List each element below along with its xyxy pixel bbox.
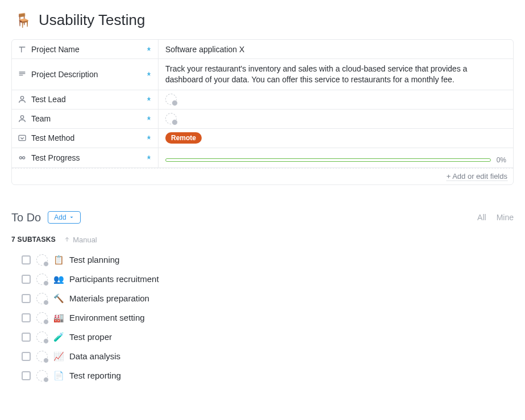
subtask-emoji: 🧪	[53, 332, 64, 342]
assignee-placeholder-icon[interactable]	[165, 94, 177, 105]
filter-mine[interactable]: Mine	[497, 213, 514, 222]
subtask-checkbox[interactable]	[22, 333, 31, 342]
field-value[interactable]: 0%	[159, 148, 513, 167]
subtask-row[interactable]: 👥Participants recruitment	[22, 274, 514, 285]
pin-icon[interactable]	[145, 135, 152, 141]
page-header: 🪑 Usability Testing	[11, 11, 514, 29]
subtask-emoji: 📄	[53, 371, 64, 381]
subtask-emoji: 📋	[53, 255, 64, 265]
subtask-emoji: 📈	[53, 351, 64, 362]
assignee-placeholder-icon[interactable]	[36, 370, 48, 381]
field-project-name: Project Name Software application X	[12, 40, 513, 59]
field-label: Test Method	[31, 133, 74, 142]
add-button-label: Add	[54, 213, 66, 221]
progress-icon	[18, 153, 27, 162]
subtask-name[interactable]: Materials preparation	[69, 293, 149, 303]
pin-icon[interactable]	[145, 46, 152, 53]
field-label: Test Progress	[31, 153, 80, 162]
subtask-list-header: 7 SUBTASKS Manual	[11, 236, 514, 244]
subtask-name[interactable]: Participants recruitment	[69, 274, 159, 284]
field-label: Team	[31, 114, 51, 123]
subtask-name[interactable]: Environment setting	[69, 313, 145, 322]
section-header: To Do Add All Mine	[11, 211, 514, 224]
field-value[interactable]: Software application X	[159, 40, 513, 58]
custom-fields-panel: Project Name Software application X Proj…	[11, 39, 514, 185]
field-label: Test Lead	[31, 95, 66, 104]
field-value[interactable]: Track your restaurant's inventory and sa…	[159, 59, 513, 90]
subtask-name[interactable]: Test reporting	[69, 371, 121, 380]
pin-icon[interactable]	[145, 71, 152, 78]
svg-rect-2	[19, 136, 26, 141]
field-test-method: Test Method Remote	[12, 129, 513, 148]
field-label: Project Description	[31, 70, 98, 79]
page-emoji: 🪑	[15, 12, 32, 28]
subtask-name[interactable]: Test planning	[69, 255, 119, 264]
field-label-cell[interactable]: Project Description	[12, 59, 159, 90]
text-icon	[18, 45, 27, 54]
subtask-name[interactable]: Data analysis	[69, 351, 120, 361]
field-value[interactable]: Remote	[159, 129, 513, 148]
assignee-placeholder-icon[interactable]	[36, 331, 48, 343]
svg-point-0	[20, 96, 23, 99]
pin-icon[interactable]	[145, 154, 152, 161]
subtask-checkbox[interactable]	[22, 352, 31, 361]
field-value[interactable]	[159, 110, 513, 128]
subtask-checkbox[interactable]	[22, 275, 31, 284]
subtask-checkbox[interactable]	[22, 255, 31, 264]
assignee-placeholder-icon[interactable]	[165, 113, 177, 124]
filter-all[interactable]: All	[477, 213, 486, 222]
add-edit-fields-link[interactable]: + Add or edit fields	[447, 172, 507, 181]
pin-icon[interactable]	[145, 96, 152, 103]
subtask-row[interactable]: 🏭Environment setting	[22, 312, 514, 324]
svg-point-4	[23, 157, 25, 159]
add-button[interactable]: Add	[48, 211, 80, 224]
field-value[interactable]	[159, 90, 513, 109]
svg-point-3	[19, 157, 22, 159]
svg-point-1	[20, 116, 23, 119]
sort-mode[interactable]: Manual	[64, 236, 97, 244]
subtask-emoji: 🏭	[53, 313, 64, 323]
field-label-cell[interactable]: Project Name	[12, 40, 159, 58]
subtask-checkbox[interactable]	[22, 371, 31, 380]
field-test-lead: Test Lead	[12, 90, 513, 110]
subtask-count: 7 SUBTASKS	[11, 236, 56, 243]
paragraph-icon	[18, 70, 27, 79]
sort-label: Manual	[73, 236, 97, 244]
field-label-cell[interactable]: Test Lead	[12, 90, 159, 109]
field-project-description: Project Description Track your restauran…	[12, 59, 513, 90]
assignee-placeholder-icon[interactable]	[36, 274, 48, 285]
assignee-placeholder-icon[interactable]	[36, 293, 48, 304]
assignee-placeholder-icon[interactable]	[36, 312, 48, 324]
subtask-name[interactable]: Test proper	[69, 332, 112, 342]
subtask-checkbox[interactable]	[22, 294, 31, 303]
assignee-placeholder-icon[interactable]	[36, 254, 48, 266]
subtask-row[interactable]: 📈Data analysis	[22, 351, 514, 362]
subtask-checkbox[interactable]	[22, 313, 31, 322]
section-title: To Do	[11, 211, 41, 224]
field-label-cell[interactable]: Test Method	[12, 129, 159, 148]
project-name-value: Software application X	[165, 45, 244, 54]
field-label-cell[interactable]: Team	[12, 110, 159, 128]
subtask-row[interactable]: 🧪Test proper	[22, 331, 514, 343]
field-test-progress: Test Progress 0%	[12, 148, 513, 168]
subtask-list: 📋Test planning👥Participants recruitment🔨…	[11, 254, 514, 381]
assignee-placeholder-icon[interactable]	[36, 351, 48, 362]
dropdown-icon	[18, 133, 27, 142]
person-icon	[18, 114, 27, 123]
subtask-row[interactable]: 📄Test reporting	[22, 370, 514, 381]
pin-icon[interactable]	[145, 115, 152, 122]
subtask-row[interactable]: 📋Test planning	[22, 254, 514, 266]
progress-bar[interactable]	[165, 158, 491, 162]
person-icon	[18, 95, 27, 104]
field-label: Project Name	[31, 45, 80, 54]
subtask-emoji: 👥	[53, 274, 64, 284]
subtask-row[interactable]: 🔨Materials preparation	[22, 293, 514, 304]
field-label-cell[interactable]: Test Progress	[12, 148, 159, 167]
chevron-down-icon	[69, 215, 74, 220]
progress-percent: 0%	[497, 156, 506, 164]
field-team: Team	[12, 110, 513, 129]
add-edit-fields-row: + Add or edit fields	[12, 168, 513, 184]
test-method-tag[interactable]: Remote	[165, 132, 202, 144]
subtask-emoji: 🔨	[53, 293, 64, 304]
page-title[interactable]: Usability Testing	[39, 11, 145, 29]
